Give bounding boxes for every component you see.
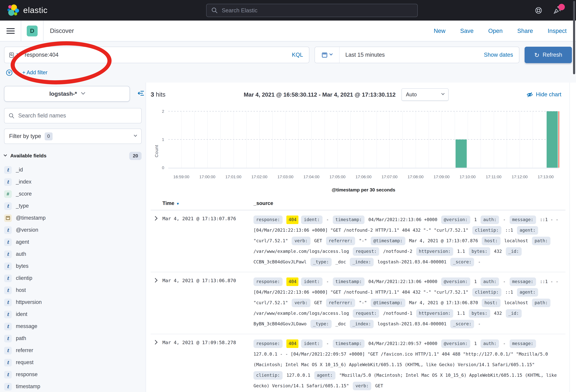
available-fields-header[interactable]: Available fields 20 xyxy=(4,151,142,160)
discover-app-badge: D xyxy=(27,26,38,36)
y-axis-label: Count xyxy=(154,145,159,157)
show-dates-button[interactable]: Show dates xyxy=(484,52,519,58)
field-name: _type xyxy=(16,203,29,209)
source-field-key: timestamp: xyxy=(333,216,365,224)
row-source: response: 404 ident: - timestamp: 04/Mar… xyxy=(254,276,565,329)
interval-select[interactable]: Auto xyxy=(402,88,449,101)
source-field-key: @version: xyxy=(441,339,470,348)
add-filter-button[interactable]: + Add filter xyxy=(22,69,47,76)
elastic-brand[interactable]: elastic xyxy=(7,4,48,16)
chart-xticks: 16:59:0017:00:0017:01:0017:02:0017:03:00… xyxy=(168,172,559,182)
expand-row-icon[interactable] xyxy=(153,216,157,221)
source-field-key: host: xyxy=(482,299,500,307)
filter-by-type-select[interactable]: Filter by type 0 xyxy=(4,129,142,144)
x-tick: 17:03:00 xyxy=(277,174,293,179)
field-item-path[interactable]: tpath xyxy=(4,332,142,344)
row-source: response: 404 ident: - timestamp: 04/Mar… xyxy=(254,338,565,391)
x-tick: 17:10:00 xyxy=(460,174,476,179)
action-share-button[interactable]: Share xyxy=(517,28,533,34)
source-field-key: referrer: xyxy=(326,237,355,245)
field-item-bytes[interactable]: tbytes xyxy=(4,260,142,272)
x-tick: 17:11:00 xyxy=(486,174,502,179)
histogram-bar-17:09:30[interactable] xyxy=(456,140,467,168)
field-item-agent[interactable]: tagent xyxy=(4,236,142,248)
histogram-bar-17:13:00[interactable] xyxy=(547,111,558,168)
field-item-timestamp[interactable]: ttimestamp xyxy=(4,381,142,392)
sort-desc-icon[interactable]: ▼ xyxy=(176,202,180,206)
app-badge-cell[interactable]: D xyxy=(21,21,43,41)
field-item-response[interactable]: tresponse xyxy=(4,368,142,381)
field-item-clientip[interactable]: tclientip xyxy=(4,272,142,284)
source-value: - xyxy=(478,259,481,265)
x-tick: 17:05:00 xyxy=(329,174,346,179)
source-value: Mar 4, 2021 @ 17:13:06.870 xyxy=(409,300,478,305)
x-tick: 17:00:00 xyxy=(199,174,215,179)
action-new-button[interactable]: New xyxy=(434,28,445,34)
scrollbar[interactable] xyxy=(573,1,575,74)
field-item-_score[interactable]: #_score xyxy=(4,188,142,200)
source-field-key: _type: xyxy=(310,258,331,266)
action-inspect-button[interactable]: Inspect xyxy=(548,28,567,34)
index-pattern-selector[interactable]: logstash-* xyxy=(4,86,130,102)
field-item-_type[interactable]: t_type xyxy=(4,200,142,212)
source-field-key: httpversion: xyxy=(416,309,453,318)
filter-icon[interactable] xyxy=(6,69,13,76)
field-item-_id[interactable]: t_id xyxy=(4,164,142,176)
source-value: 1 xyxy=(474,341,477,346)
field-item-host[interactable]: thost xyxy=(4,284,142,296)
source-field-key: @timestamp: xyxy=(371,237,405,245)
query-text[interactable]: response:404 xyxy=(25,52,58,58)
field-item-ident[interactable]: tident xyxy=(4,308,142,320)
expand-row-icon[interactable] xyxy=(153,278,157,282)
collapse-sidebar-button[interactable] xyxy=(137,89,144,97)
field-item-httpversion[interactable]: thttpversion xyxy=(4,296,142,308)
source-value: _doc xyxy=(335,259,346,265)
field-type-text-icon: t xyxy=(4,347,12,354)
chevron-down-icon xyxy=(17,52,20,55)
source-field-key: message: xyxy=(510,216,536,224)
available-fields-count: 20 xyxy=(129,152,142,160)
source-field-key: agent: xyxy=(314,371,335,380)
field-search[interactable] xyxy=(4,108,142,123)
field-item-message[interactable]: tmessage xyxy=(4,320,142,332)
global-search[interactable] xyxy=(206,4,418,17)
refresh-button[interactable]: ↻ Refresh xyxy=(524,47,572,63)
query-bar: response:404 KQL Last 15 minutes Show da… xyxy=(0,41,576,83)
field-search-input[interactable] xyxy=(18,112,137,119)
action-save-button[interactable]: Save xyxy=(460,28,473,34)
time-range-value[interactable]: Last 15 minutes xyxy=(339,52,385,58)
source-value: - xyxy=(326,217,329,222)
y-tick-1: 1 xyxy=(162,137,164,142)
hits-count: 3 hits xyxy=(151,91,165,98)
hide-chart-button[interactable]: Hide chart xyxy=(527,91,561,98)
results-panel: 3 hits Mar 4, 2021 @ 16:58:30.112 - Mar … xyxy=(146,83,570,392)
field-item-auth[interactable]: tauth xyxy=(4,248,142,260)
source-field-key: verb: xyxy=(292,237,310,245)
field-item-@timestamp[interactable]: @timestamp xyxy=(4,212,142,224)
field-item-request[interactable]: trequest xyxy=(4,357,142,368)
field-type-text-icon: t xyxy=(4,238,12,246)
action-open-button[interactable]: Open xyxy=(488,28,503,34)
source-field-key: agent: xyxy=(517,226,538,235)
source-value: logstash-2021.03.04-000001 xyxy=(377,259,447,265)
query-input[interactable]: response:404 KQL xyxy=(4,47,309,63)
global-search-input[interactable] xyxy=(222,7,413,14)
source-value: ByBN_3cB04dGovJLOawo xyxy=(254,321,307,327)
help-icon[interactable] xyxy=(535,6,543,14)
field-type-text-icon: t xyxy=(4,299,12,306)
query-language-button[interactable]: KQL xyxy=(292,52,304,58)
field-item-referrer[interactable]: treferrer xyxy=(4,344,142,357)
source-value: GET xyxy=(314,300,322,305)
x-tick: 16:59:00 xyxy=(173,174,189,179)
expand-row-icon[interactable] xyxy=(153,340,157,344)
newsfeed-icon[interactable] xyxy=(553,6,561,14)
field-item-@version[interactable]: t@version xyxy=(4,224,142,236)
calendar-button[interactable] xyxy=(315,47,339,63)
source-value: - xyxy=(503,217,506,222)
field-type-text-icon: t xyxy=(4,166,12,174)
saved-query-icon[interactable] xyxy=(9,52,15,58)
source-field-key: referrer: xyxy=(326,299,355,307)
time-column-header[interactable]: Time▼ xyxy=(162,200,254,206)
menu-button[interactable] xyxy=(0,21,21,41)
field-item-_index[interactable]: t_index xyxy=(4,176,142,188)
